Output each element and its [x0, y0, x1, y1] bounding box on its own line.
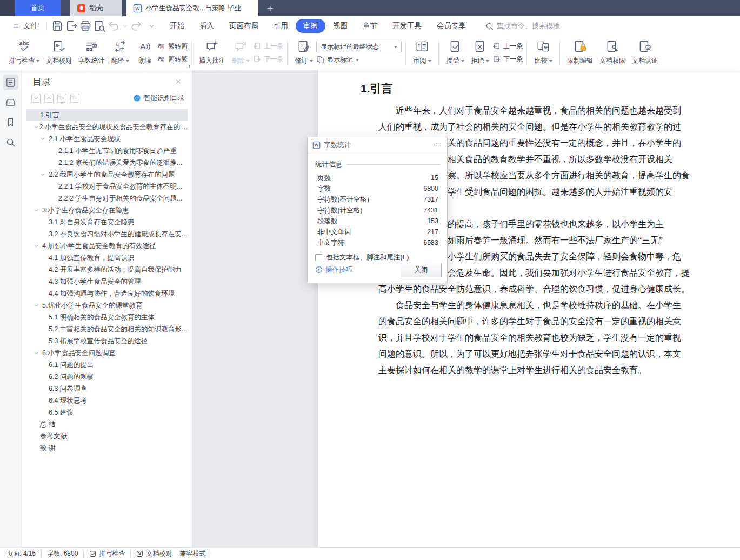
file-menu-button[interactable]: 文件 — [5, 19, 43, 32]
chevron-down-icon[interactable] — [34, 243, 42, 249]
prev-change-button[interactable]: 上一条 — [492, 41, 523, 52]
next-comment-button[interactable]: 下一条 — [253, 54, 283, 65]
outline-item[interactable]: 2.2.1 学校对于食品安全教育的主体不明... — [26, 181, 188, 192]
track-changes-button[interactable]: 修订 — [291, 36, 316, 65]
menu-item[interactable]: 视图 — [325, 19, 355, 33]
outline-item[interactable]: 5.优化小学生食品安全的课堂教育 — [26, 299, 188, 311]
doc-auth-button[interactable]: 文档认证 — [629, 36, 661, 65]
accept-button[interactable]: 接受 — [443, 36, 468, 65]
chevron-down-icon[interactable] — [34, 124, 39, 130]
outline-item[interactable]: 5.1 明确相关的食品安全教育的主体 — [26, 311, 188, 323]
redo-button[interactable] — [130, 19, 143, 32]
menu-item[interactable]: 插入 — [192, 19, 222, 33]
outline-item[interactable]: 2.2.2 学生自身对于相关的食品安全问题... — [26, 192, 188, 204]
page-indicator[interactable]: 页面: 4/15 — [6, 549, 36, 558]
outline-item[interactable]: 2.1 小学生食品安全现状 — [26, 133, 188, 145]
prev-comment-button[interactable]: 上一条 — [253, 41, 283, 52]
smart-outline-button[interactable]: 智能识别目录 — [133, 94, 184, 103]
simplified-to-traditional-button[interactable]: 繁简转繁 — [157, 54, 188, 65]
outline-item[interactable]: 4.1 加强宣传教育，提高认识 — [26, 252, 188, 264]
spellcheck-button[interactable]: abc 拼写检查 — [5, 36, 43, 65]
spellcheck-status[interactable]: 拼写检查 — [89, 549, 125, 558]
menu-item[interactable]: 审阅 — [296, 19, 325, 33]
tab-docer[interactable]: 稻壳 — [70, 0, 122, 16]
annotation-pane-button[interactable] — [3, 95, 18, 110]
outline-item[interactable]: 1.引言 — [26, 109, 188, 121]
chevron-down-icon[interactable] — [40, 172, 49, 177]
tips-link[interactable]: 操作技巧 — [315, 265, 352, 275]
wordcount-button[interactable]: 字数统计 — [75, 36, 108, 65]
undo-caret-icon[interactable] — [121, 19, 129, 32]
outline-item[interactable]: 6.小学食品安全问题调查 — [26, 347, 188, 359]
menu-item[interactable]: 会员专享 — [429, 19, 474, 33]
tab-home[interactable]: 首页 — [15, 0, 61, 16]
outline-item[interactable]: 4.加强小学生食品安全教育的有效途径 — [26, 240, 188, 252]
insert-comment-button[interactable]: 插入批注 — [196, 36, 228, 65]
tab-close-icon[interactable] — [244, 4, 252, 12]
delete-comment-button[interactable]: 删除 — [228, 36, 253, 65]
traditional-to-simplified-button[interactable]: 简繁转简 — [157, 41, 188, 52]
chevron-down-icon[interactable] — [34, 208, 42, 213]
next-change-button[interactable]: 下一条 — [492, 54, 523, 65]
chevron-down-icon[interactable] — [34, 303, 42, 308]
expand-down-button[interactable] — [31, 94, 41, 103]
show-markup-button[interactable]: 显示标记 — [316, 54, 402, 65]
expand-all-button[interactable] — [57, 94, 66, 103]
menu-item[interactable]: 引用 — [266, 19, 296, 33]
chevron-down-icon[interactable] — [34, 350, 42, 356]
menu-item[interactable]: 开始 — [162, 19, 192, 33]
outline-close-icon[interactable] — [175, 78, 183, 86]
restrict-edit-button[interactable]: 限制编辑 — [564, 36, 596, 65]
outline-item[interactable]: 3.2 不良饮食习惯对小学生的健康成长存在安... — [26, 228, 188, 240]
toolbar-more-button[interactable] — [148, 19, 155, 32]
outline-item[interactable]: 6.2 问题的观察 — [26, 371, 188, 383]
save-button[interactable] — [51, 19, 64, 32]
outline-item[interactable]: 3.1 对自身发育存在安全隐患 — [26, 216, 188, 228]
menu-item[interactable]: 页面布局 — [222, 19, 266, 33]
outline-item[interactable]: 4.3 加强小学生食品安全的管理 — [26, 276, 188, 288]
outline-item[interactable]: 2.小学生食品安全的现状及食品安全教育存在的 ... — [26, 121, 188, 133]
translate-button[interactable]: a中 翻译 — [108, 36, 132, 65]
outline-item[interactable]: 6.1 问题的提出 — [26, 359, 188, 371]
tab-document[interactable]: W 小学生食品安全教...与策略 毕业论文 — [126, 0, 258, 16]
print-preview-button[interactable] — [93, 19, 106, 32]
review-pane-button[interactable]: 审阅 — [410, 36, 435, 65]
outline-item[interactable]: 4.4 加强沟通与协作，营造良好的饮食环境 — [26, 288, 188, 299]
undo-button[interactable] — [107, 19, 120, 32]
outline-item[interactable]: 2.1.1 小学生无节制的食用零食日趋严重 — [26, 145, 188, 157]
outline-item[interactable]: 5.2 丰富相关的食品安全的相关的知识教育形... — [26, 323, 188, 335]
outline-item[interactable]: 3.小学生存食品安全存在隐患 — [26, 204, 188, 216]
group-dialog-launcher[interactable] — [186, 65, 190, 68]
command-search[interactable]: 查找命令、搜索模板 — [485, 21, 560, 31]
word-count-indicator[interactable]: 字数: 6800 — [47, 549, 78, 558]
output-button[interactable] — [65, 19, 78, 32]
new-tab-button[interactable]: ＋ — [258, 0, 282, 16]
outline-item[interactable]: 5.3 拓展学校宣传食品安全的途径 — [26, 335, 188, 347]
collapse-up-button[interactable] — [44, 94, 54, 103]
proofread-status[interactable]: 文档校对 — [136, 549, 172, 558]
search-pane-button[interactable] — [3, 135, 18, 150]
collapse-all-button[interactable] — [70, 94, 79, 103]
doc-permission-button[interactable]: 文档权限 — [596, 36, 629, 65]
compare-button[interactable]: 比较 — [531, 36, 556, 65]
outline-item[interactable]: 总 结 — [26, 418, 188, 430]
menu-item[interactable]: 开发工具 — [385, 19, 429, 33]
close-button[interactable]: 关闭 — [401, 263, 442, 277]
chevron-down-icon[interactable] — [40, 136, 49, 142]
menu-item[interactable]: 章节 — [355, 19, 385, 33]
outline-pane-button[interactable] — [3, 75, 18, 90]
print-button[interactable] — [79, 19, 92, 32]
proofread-button[interactable]: a- 文档校对 — [43, 36, 75, 65]
outline-item[interactable]: 6.4 现状思考 — [26, 395, 188, 406]
outline-item[interactable]: 参考文献 — [26, 430, 188, 442]
dialog-title-bar[interactable]: W 字数统计 — [308, 137, 447, 154]
outline-item[interactable]: 致 谢 — [26, 442, 188, 454]
bookmark-pane-button[interactable] — [3, 115, 18, 130]
dialog-close-icon[interactable] — [434, 141, 442, 150]
outline-item[interactable]: 2.2 我国小学生的食品安全教育存在的问题 — [26, 169, 188, 181]
markup-state-dropdown[interactable]: 显示标记的最终状态 — [316, 41, 402, 52]
outline-item[interactable]: 4.2 开展丰富多样的活动，提高自我保护能力 — [26, 264, 188, 276]
read-aloud-button[interactable]: A 朗读 — [132, 36, 157, 65]
outline-item[interactable]: 6.3 问卷调查 — [26, 383, 188, 395]
reject-button[interactable]: 拒绝 — [468, 36, 492, 65]
